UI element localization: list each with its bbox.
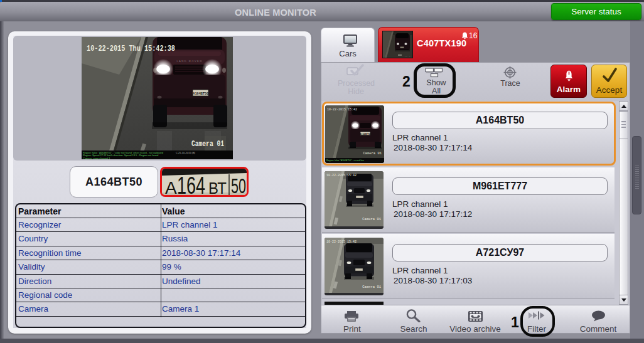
svg-text:10-22-2015 15:42: 10-22-2015 15:42 (326, 174, 357, 177)
svg-text:ВТ: ВТ (208, 179, 227, 195)
svg-text:LAND ROVER: LAND ROVER (176, 60, 202, 63)
svg-text:A164BT50: A164BT50 (360, 133, 371, 135)
svg-text:А: А (165, 178, 177, 195)
svg-text:A164BT50: A164BT50 (193, 92, 208, 95)
svg-text:-- -: -- - (404, 55, 411, 57)
svg-text:Camera 01: Camera 01 (362, 217, 381, 221)
svg-text:164: 164 (177, 172, 205, 195)
svg-text:10-22-2015 Thu 15:42:38: 10-22-2015 Thu 15:42:38 (87, 44, 175, 53)
svg-text:Camera 01: Camera 01 (362, 285, 381, 289)
svg-text:Camera: zone channel 1: Camera: zone channel 1 (83, 157, 110, 160)
svg-text:10-22-2015 15:42: 10-22-2015 15:42 (327, 108, 357, 112)
svg-text:C 25-10-2015 (B): C 25-10-2015 (B) (176, 151, 196, 154)
svg-text:Region: false "A164BT50" - rec: Region: false "A164BT50" - record line (326, 159, 364, 162)
svg-text:50: 50 (231, 174, 246, 195)
svg-text:Camera 01: Camera 01 (363, 151, 382, 156)
svg-text:10-22-2015 15:42: 10-22-2015 15:42 (326, 240, 357, 244)
svg-text:Camera 01: Camera 01 (191, 140, 224, 149)
